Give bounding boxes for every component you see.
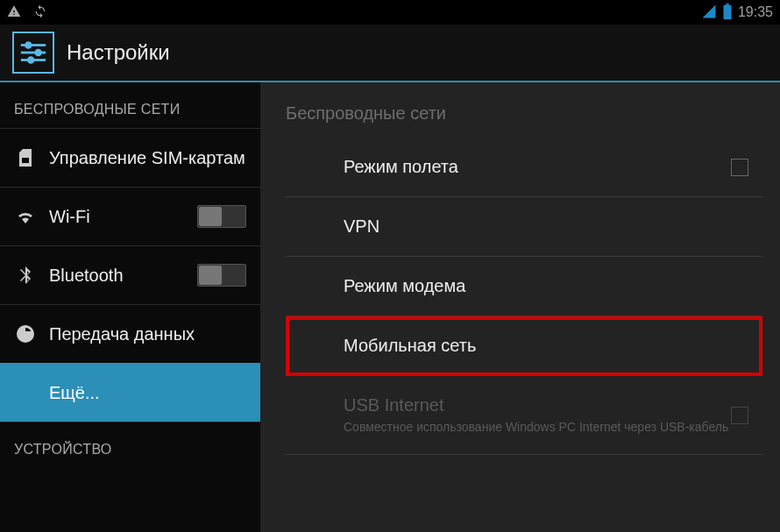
section-header-wireless: БЕСПРОВОДНЫЕ СЕТИ xyxy=(0,82,260,128)
battery-icon xyxy=(722,4,733,22)
spacer-icon xyxy=(14,381,37,404)
svg-point-6 xyxy=(36,50,41,55)
detail-item-tethering[interactable]: Режим модема xyxy=(286,257,762,316)
airplane-checkbox[interactable] xyxy=(731,159,748,176)
detail-header: Беспроводные сети xyxy=(261,82,780,138)
settings-icon[interactable] xyxy=(12,32,54,74)
svg-point-7 xyxy=(28,58,33,63)
wifi-toggle[interactable] xyxy=(197,205,246,228)
page-title: Настройки xyxy=(67,40,170,65)
status-right: 19:35 xyxy=(701,4,773,22)
sidebar-item-bluetooth[interactable]: Bluetooth xyxy=(0,245,260,304)
sidebar: БЕСПРОВОДНЫЕ СЕТИ Управление SIM-картам … xyxy=(0,82,261,532)
status-bar: 19:35 xyxy=(0,0,780,25)
detail-item-label: USB Internet xyxy=(344,395,748,415)
sim-icon xyxy=(14,146,37,169)
detail-item-usb: USB Internet Совместное использование Wi… xyxy=(286,376,762,455)
sidebar-item-label: Wi-Fi xyxy=(49,207,185,227)
detail-item-label: Режим полета xyxy=(344,157,748,177)
content: БЕСПРОВОДНЫЕ СЕТИ Управление SIM-картам … xyxy=(0,82,780,532)
detail-item-label: VPN xyxy=(344,216,748,237)
bluetooth-toggle[interactable] xyxy=(197,264,246,287)
detail-item-label: Режим модема xyxy=(344,276,748,296)
status-left xyxy=(7,4,47,21)
sync-icon xyxy=(33,4,47,21)
sidebar-item-sim[interactable]: Управление SIM-картам xyxy=(0,128,260,187)
sidebar-item-wifi[interactable]: Wi-Fi xyxy=(0,187,260,245)
data-usage-icon xyxy=(14,323,37,345)
sidebar-item-label: Bluetooth xyxy=(49,266,185,286)
signal-icon xyxy=(701,4,717,22)
title-bar: Настройки xyxy=(0,25,780,82)
sidebar-item-label: Управление SIM-картам xyxy=(49,148,246,168)
sidebar-item-data[interactable]: Передача данных xyxy=(0,304,260,363)
svg-point-5 xyxy=(26,43,32,48)
detail-item-sub: Совместное использование Windows PC Inte… xyxy=(344,419,748,435)
svg-rect-0 xyxy=(726,4,729,5)
sidebar-item-label: Ещё... xyxy=(49,383,246,403)
wifi-icon xyxy=(14,205,37,228)
warning-icon xyxy=(7,4,21,21)
detail-item-mobile[interactable]: Мобильная сеть xyxy=(286,316,762,376)
detail-item-vpn[interactable]: VPN xyxy=(286,197,762,257)
sidebar-item-more[interactable]: Ещё... xyxy=(0,363,260,422)
section-header-device: УСТРОЙСТВО xyxy=(0,422,260,468)
detail-pane: Беспроводные сети Режим полета VPN Режим… xyxy=(261,82,780,532)
svg-rect-1 xyxy=(723,4,731,18)
bluetooth-icon xyxy=(14,264,37,287)
usb-checkbox xyxy=(731,407,748,424)
detail-item-label: Мобильная сеть xyxy=(344,336,748,356)
detail-item-airplane[interactable]: Режим полета xyxy=(286,138,762,197)
sidebar-item-label: Передача данных xyxy=(49,324,246,344)
clock-text: 19:35 xyxy=(738,4,773,20)
